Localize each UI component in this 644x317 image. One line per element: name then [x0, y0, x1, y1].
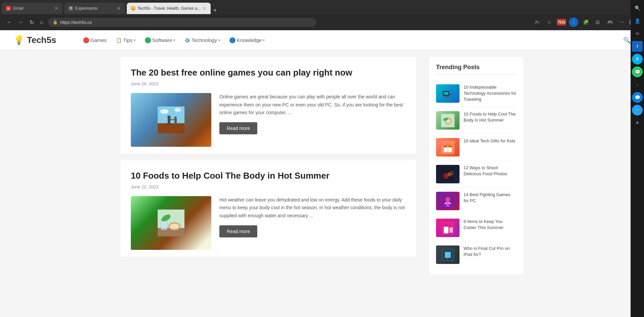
tab-experiments-close[interactable]: ✕	[117, 6, 121, 11]
svg-point-51	[447, 258, 448, 260]
more-button[interactable]: ⋯	[617, 17, 627, 27]
tab-gmail[interactable]: G Gmail ✕	[2, 3, 62, 14]
badge-icon[interactable]: 7516	[557, 19, 566, 26]
article-1-excerpt: Online games are great because you can p…	[219, 93, 406, 117]
tips-chevron-icon: ▾	[134, 38, 136, 42]
svg-rect-46	[449, 227, 453, 233]
profile-icon[interactable]: 👤	[569, 17, 578, 27]
trending-posts-title: Trending Posts	[436, 64, 517, 75]
edge-music-icon[interactable]: ♪	[632, 79, 643, 90]
article-2-date: June 22, 2023	[131, 184, 406, 189]
trending-thumb-3	[436, 138, 460, 156]
svg-rect-44	[444, 227, 448, 233]
nav-games-label: Games	[91, 37, 107, 43]
knowledge-dot-icon	[229, 37, 235, 43]
trending-item[interactable]: Who is Final Cut Pro on iPad for?	[436, 241, 517, 268]
trending-thumb-4	[436, 165, 460, 183]
software-chevron-icon: ▾	[173, 38, 175, 42]
extensions-icon[interactable]: 🧩	[581, 17, 590, 27]
svg-point-31	[446, 143, 449, 146]
edge-whatsapp-icon[interactable]: 💬	[632, 66, 643, 77]
nav-technology-label: Technology	[192, 37, 217, 43]
svg-point-4	[174, 108, 181, 112]
article-1-body: Online games are great because you can p…	[131, 93, 406, 147]
font-size-icon[interactable]: A↕	[533, 17, 542, 27]
edge-collections-icon[interactable]: f	[632, 41, 643, 52]
nav-software[interactable]: Software ▾	[145, 37, 175, 43]
svg-point-21	[449, 91, 453, 95]
svg-rect-2	[158, 123, 184, 133]
edge-twitter-icon[interactable]: 🐦	[632, 105, 643, 116]
food-image	[131, 196, 211, 250]
trending-posts-section: Trending Posts 10 Indispensable Technolo…	[429, 57, 523, 275]
bookmark-icon[interactable]: ☆	[545, 17, 554, 27]
tab-gmail-close[interactable]: ✕	[54, 6, 58, 11]
svg-rect-7	[170, 119, 175, 120]
edge-messenger-icon[interactable]: 💬	[632, 92, 643, 103]
forward-button[interactable]: →	[17, 18, 25, 27]
nav-knowledge[interactable]: Knowledge ▾	[229, 37, 265, 43]
tab-experiments[interactable]: ⚗ Experiments ✕	[64, 3, 125, 14]
article-2-title: 10 Foods to Help Cool The Body in Hot Su…	[131, 170, 406, 182]
cool-thumb-image	[436, 219, 460, 237]
lock-icon: 🔒	[53, 20, 58, 25]
edge-copilot-icon[interactable]: ♾	[632, 28, 643, 39]
article-2-body: Hot weather can leave you dehydrated and…	[131, 196, 406, 250]
trending-thumb-6	[436, 219, 460, 237]
trending-item[interactable]: 8 Items to Keep You Cooler This Summer	[436, 215, 517, 241]
article-card: 10 Foods to Help Cool The Body in Hot Su…	[121, 160, 416, 257]
sidebar: Trending Posts 10 Indispensable Technolo…	[429, 57, 523, 275]
svg-rect-20	[444, 96, 449, 97]
trending-item-2-title: 10 Foods to Help Cool The Body in Hot Su…	[464, 111, 517, 123]
nav-software-label: Software	[152, 37, 172, 43]
trending-item[interactable]: 10 ideal Tech Gifts for Kids	[436, 134, 517, 161]
svg-point-3	[160, 109, 168, 114]
url-bar[interactable]: 🔒 https://tech5s.co	[48, 18, 316, 27]
edge-search-icon[interactable]: 🔍	[632, 3, 643, 13]
articles-column: The 20 best free online games you can pl…	[121, 57, 416, 275]
browser-window: G Gmail ✕ ⚗ Experiments ✕ 💡 Tech5s - Tra…	[0, 0, 644, 317]
edge-profile-icon[interactable]: 👤	[632, 15, 643, 26]
nav-games[interactable]: Games	[83, 37, 107, 43]
article-2-read-more[interactable]: Read more	[219, 225, 257, 237]
website-content: 💡 Tech5s Games 📋 Tips ▾ Softw	[0, 30, 644, 317]
games-dot-icon	[83, 37, 89, 43]
article-1-text: Online games are great because you can p…	[219, 93, 406, 147]
nav-tips[interactable]: 📋 Tips ▾	[116, 37, 136, 43]
tips-icon: 📋	[116, 38, 122, 43]
site-logo[interactable]: 💡 Tech5s	[13, 35, 56, 45]
site-navigation: 💡 Tech5s Games 📋 Tips ▾ Softw	[0, 30, 644, 50]
edge-skype-icon[interactable]: S	[632, 54, 643, 64]
trending-item[interactable]: 10 Indispensable Technology Accessories …	[436, 80, 517, 107]
photo-thumb-image	[436, 165, 460, 183]
article-1-read-more[interactable]: Read more	[219, 122, 257, 134]
nav-technology[interactable]: ⚙️ Technology ▾	[184, 37, 220, 43]
games-icon[interactable]: 🎮	[605, 17, 614, 27]
trending-item[interactable]: 10 Foods to Help Cool The Body in Hot Su…	[436, 107, 517, 134]
home-button[interactable]: ⌂	[39, 18, 45, 27]
search-button[interactable]: 🔍	[623, 37, 631, 44]
svg-rect-5	[168, 118, 170, 125]
new-tab-button[interactable]: +	[211, 7, 220, 14]
svg-point-39	[445, 197, 450, 202]
edge-add-icon[interactable]: +	[632, 118, 643, 128]
logo-icon: 💡	[13, 35, 24, 45]
experiments-favicon: ⚗	[68, 6, 73, 11]
split-view-icon[interactable]: ⊡	[593, 17, 602, 27]
trending-item-1-title: 10 Indispensable Technology Accessories …	[464, 84, 517, 103]
tab-tech5s-close[interactable]: ✕	[203, 6, 207, 11]
refresh-button[interactable]: ↻	[28, 18, 35, 27]
edge-sidebar: 🔍 👤 ♾ f S 💬 ♪ 💬 🐦 +	[631, 0, 644, 317]
trending-thumb-1	[436, 84, 460, 103]
back-button[interactable]: ←	[5, 18, 13, 27]
trending-item[interactable]: 12 Ways to Shoot Delicious Food Photos	[436, 161, 517, 188]
ipad-thumb-image	[436, 245, 460, 264]
tab-tech5s-label: Tech5s - Travel, Health, Games a...	[138, 6, 201, 11]
nav-links: Games 📋 Tips ▾ Software ▾ ⚙️ Technol	[83, 37, 265, 43]
svg-point-37	[451, 172, 452, 173]
tab-tech5s[interactable]: 💡 Tech5s - Travel, Health, Games a... ✕	[127, 3, 211, 14]
trending-item-5-title: 14 Best Fighting Games for PC	[464, 192, 517, 204]
url-text: https://tech5s.co	[60, 20, 92, 25]
knowledge-chevron-icon: ▾	[263, 38, 265, 42]
trending-item[interactable]: 14 Best Fighting Games for PC	[436, 188, 517, 215]
